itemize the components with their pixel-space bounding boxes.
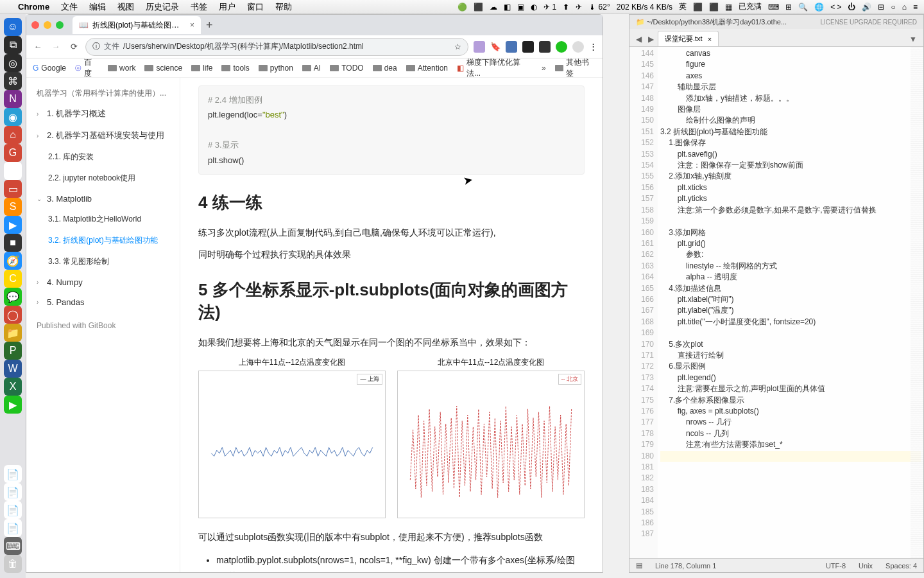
tab-prev-icon[interactable]: ◀ xyxy=(633,32,644,46)
dock-app-icon[interactable]: C xyxy=(4,270,22,288)
menu-history[interactable]: 历史记录 xyxy=(146,1,179,13)
bookmark-work[interactable]: work xyxy=(108,64,135,73)
bookmark-baidu[interactable]: ⦾百度 xyxy=(75,57,99,79)
dock-app-icon[interactable]: 📁 xyxy=(4,324,22,342)
status-encoding[interactable]: UTF-8 xyxy=(826,562,846,570)
menubar-status-icon[interactable]: ⬛ xyxy=(709,3,719,12)
bookmark-attention[interactable]: Attention xyxy=(406,64,448,73)
info-icon[interactable]: ⓘ xyxy=(92,41,100,52)
status-indent[interactable]: Spaces: 4 xyxy=(886,562,917,570)
bookmark-todo[interactable]: TODO xyxy=(330,64,363,73)
extension-icon[interactable] xyxy=(522,41,534,53)
bookmark-icon[interactable]: 🔖 xyxy=(490,42,501,51)
bookmark-life[interactable]: life xyxy=(191,64,212,73)
chrome-menu-icon[interactable]: ⋮ xyxy=(589,42,597,51)
dock-app-icon[interactable]: N xyxy=(4,90,22,108)
dock-app-icon[interactable]: P xyxy=(4,342,22,360)
bookmark-python[interactable]: python xyxy=(259,64,293,73)
tabs-dropdown-icon[interactable]: ▼ xyxy=(907,32,920,46)
dock-app-icon[interactable]: 📄 xyxy=(4,519,22,537)
bookmark-dea[interactable]: dea xyxy=(373,64,397,73)
menu-help[interactable]: 帮助 xyxy=(275,1,292,13)
code-area[interactable]: canvas figure axes 辅助显示层 添加x轴，y轴描述，标题。。。… xyxy=(658,47,923,558)
bookmark-ai[interactable]: AI xyxy=(302,64,321,73)
dock-app-icon[interactable]: W xyxy=(4,360,22,378)
main-content[interactable]: # 2.4 增加图例 plt.legend(loc="best") # 3.显示… xyxy=(180,78,603,572)
menubar-status-icon[interactable]: ⌂ xyxy=(902,3,907,12)
minimize-icon[interactable] xyxy=(44,21,51,29)
menubar-status-icon[interactable]: ≡ xyxy=(913,3,918,12)
menubar-status-icon[interactable]: 202 KB/s 4 KB/s xyxy=(617,3,672,12)
forward-button[interactable]: → xyxy=(49,42,62,51)
menubar-status-icon[interactable]: ⏻ xyxy=(848,3,855,12)
menu-edit[interactable]: 编辑 xyxy=(89,1,106,13)
menubar-status-icon[interactable]: ⌨ xyxy=(768,3,779,12)
dock-app-icon[interactable]: ◯ xyxy=(4,306,22,324)
bookmark-other[interactable]: 其他书签 xyxy=(555,57,596,79)
editor-body[interactable]: 1441451461471481491501511521531541551561… xyxy=(629,47,923,558)
menu-user[interactable]: 用户 xyxy=(219,1,235,13)
sidebar-item[interactable]: ›1. 机器学习概述 xyxy=(26,103,180,125)
menubar-status-icon[interactable]: 英 xyxy=(679,1,687,12)
bookmark-google[interactable]: GGoogle xyxy=(33,64,66,73)
dock-app-icon[interactable]: ✎ xyxy=(4,162,22,180)
gitbook-sidebar[interactable]: 机器学习（常用科学计算库的使用）... ›1. 机器学习概述›2. 机器学习基础… xyxy=(26,78,180,572)
tab-close-icon[interactable]: × xyxy=(708,35,712,43)
dock-app-icon[interactable]: ⧉ xyxy=(4,36,22,54)
sidebar-subitem[interactable]: 3.3. 常见图形绘制 xyxy=(26,251,180,272)
dock-app-icon[interactable]: ⌘ xyxy=(4,72,22,90)
menubar-status-icon[interactable]: ⬛ xyxy=(693,3,703,12)
dock-app-icon[interactable]: 🗑 xyxy=(4,555,22,573)
dock-app-icon[interactable]: ▭ xyxy=(4,180,22,198)
status-lineending[interactable]: Unix xyxy=(859,562,873,570)
tab-next-icon[interactable]: ▶ xyxy=(646,32,656,46)
close-icon[interactable] xyxy=(31,21,39,29)
bookmark-tools[interactable]: tools xyxy=(221,64,249,73)
menubar-status-icon[interactable]: ⬛ xyxy=(474,3,483,12)
menubar-status-icon[interactable]: ○ xyxy=(891,3,895,12)
star-icon[interactable]: ☆ xyxy=(454,42,461,51)
dock-app-icon[interactable]: 💬 xyxy=(4,288,22,306)
sidebar-item[interactable]: ›4. Numpy xyxy=(26,272,180,292)
sidebar-subitem[interactable]: 2.1. 库的安装 xyxy=(26,146,180,168)
extension-icon[interactable] xyxy=(556,41,567,53)
dock-app-icon[interactable]: X xyxy=(4,378,22,396)
sidebar-subitem[interactable]: 2.2. jupyter notebook使用 xyxy=(26,168,180,189)
dock-app-icon[interactable]: ⌂ xyxy=(4,126,22,144)
dock-app-icon[interactable]: G xyxy=(4,144,22,162)
status-sidebar-icon[interactable]: ▤ xyxy=(636,561,642,570)
dock-app-icon[interactable]: ◎ xyxy=(4,54,22,72)
menubar-status-icon[interactable]: 已充满 xyxy=(739,1,762,12)
menu-file[interactable]: 文件 xyxy=(61,1,78,13)
minimap[interactable] xyxy=(911,47,923,558)
menubar-status-icon[interactable]: 🟢 xyxy=(458,3,467,12)
dock-app-icon[interactable]: 📄 xyxy=(4,483,22,501)
reload-button[interactable]: ⟳ xyxy=(67,42,80,51)
dock-app-icon[interactable]: ■ xyxy=(4,234,22,252)
dock-app-icon[interactable]: ◉ xyxy=(4,108,22,126)
bookmark-grad[interactable]: ◧梯度下降优化算法... xyxy=(457,57,533,79)
menubar-status-icon[interactable]: ⊟ xyxy=(878,3,884,12)
menu-window[interactable]: 窗口 xyxy=(247,1,264,13)
menubar-status-icon[interactable]: ✈ xyxy=(576,3,582,12)
sidebar-subitem[interactable]: 3.2. 折线图(plot)与基础绘图功能 xyxy=(26,230,180,251)
address-bar[interactable]: ⓘ 文件 /Users/sherwin/Desktop/机器学习(科学计算库)/… xyxy=(85,38,468,56)
extension-icon[interactable] xyxy=(506,41,517,53)
app-name[interactable]: Chrome xyxy=(18,2,49,12)
menubar-status-icon[interactable]: 🔍 xyxy=(798,3,808,12)
bookmarks-overflow[interactable]: » xyxy=(542,64,546,73)
menu-view[interactable]: 视图 xyxy=(117,1,134,13)
extension-icon[interactable] xyxy=(474,41,485,53)
sidebar-item[interactable]: ⌄3. Matplotlib xyxy=(26,189,180,209)
dock-app-icon[interactable]: S xyxy=(4,198,22,216)
dock-app-icon[interactable]: ▶ xyxy=(4,396,22,414)
bookmark-science[interactable]: science xyxy=(144,64,182,73)
extension-icon[interactable] xyxy=(539,41,551,53)
browser-tab[interactable]: 📖 折线图(plot)与基础绘图功能 | 机 × xyxy=(73,16,201,34)
menubar-status-icon[interactable]: 🔊 xyxy=(862,3,871,12)
menubar-status-icon[interactable]: ☁ xyxy=(490,3,497,12)
menu-bookmarks[interactable]: 书签 xyxy=(191,1,207,13)
tab-close-icon[interactable]: × xyxy=(190,21,194,30)
menubar-status-icon[interactable]: ▦ xyxy=(725,3,732,12)
menubar-status-icon[interactable]: ◐ xyxy=(531,3,537,12)
